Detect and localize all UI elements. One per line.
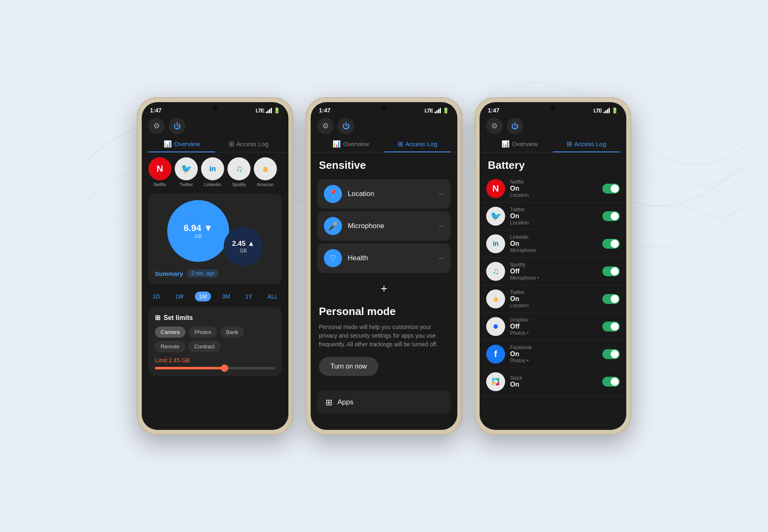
phone-2: 1:47 LTE 🔋 ⚙ ⏻ 📊 [306, 97, 462, 435]
microphone-label: Microphone [348, 222, 431, 230]
filter-icon-2: ⊞ [398, 140, 403, 148]
linkedin-toggle[interactable]: ✓ [602, 239, 620, 249]
turn-on-button[interactable]: Turn on now [319, 357, 378, 376]
netflix-label: Netflix [154, 182, 166, 187]
status-icons-2: LTE 🔋 [424, 107, 449, 114]
bar1-3 [604, 112, 605, 113]
facebook-perm-icon: f [486, 345, 505, 364]
dropbox-toggle-check: ✓ [614, 323, 618, 328]
amazon-perm-info: Twitter On Location [510, 289, 597, 308]
power-button-1[interactable]: ⏻ [169, 118, 185, 134]
app-item-spotify[interactable]: ♫ Spotify [227, 157, 251, 187]
app-item-netflix[interactable]: N Netflix [148, 157, 171, 187]
apps-bar[interactable]: ⊞ Apps [317, 391, 451, 414]
spotify-label: Spotify [232, 182, 246, 187]
circles-wrap: 6.94 ▼ GB 2.45 ▲ GB [155, 200, 275, 266]
app-item-twitter[interactable]: 🐦 Twitter [175, 157, 198, 187]
bar3-3 [607, 109, 608, 113]
big-circle-unit: GB [194, 233, 201, 239]
sensitive-health[interactable]: ♡ Health → [317, 243, 451, 273]
dropbox-perm-icon [486, 317, 505, 336]
filter-1d[interactable]: 1D [148, 292, 164, 301]
slack-perm-name: Slack [510, 375, 597, 381]
filter-1w[interactable]: 1W [171, 292, 188, 301]
amazon-perm-icon: a [486, 289, 505, 308]
power-button-3[interactable]: ⏻ [507, 118, 523, 134]
spotify-perm-permission: Microphone • [510, 275, 597, 281]
slider-thumb[interactable] [221, 364, 228, 372]
app-item-amazon[interactable]: a Amazon [254, 157, 277, 187]
tab-overview-1[interactable]: 📊 Overview [148, 137, 215, 152]
settings-button-3[interactable]: ⚙ [486, 118, 503, 134]
amazon-toggle[interactable]: ✓ [602, 294, 620, 304]
tag-camera[interactable]: Camera [155, 327, 185, 338]
tab-access-log-3[interactable]: ⊞ Access Log [553, 137, 620, 152]
amazon-perm-status: On [510, 295, 597, 303]
twitter-perm-name: Twitter [510, 207, 597, 212]
scene: 1:47 LTE 🔋 ⚙ ⏻ 📊 [137, 97, 631, 435]
power-button-2[interactable]: ⏻ [338, 118, 354, 134]
netflix-icon: N [148, 157, 171, 180]
twitter-label: Twitter [180, 182, 193, 187]
settings-button-2[interactable]: ⚙ [317, 118, 334, 134]
slack-perm-status: On [510, 381, 597, 388]
sensitive-microphone[interactable]: 🎤 Microphone → [317, 211, 451, 241]
facebook-toggle[interactable]: ✓ [602, 349, 620, 359]
sensitive-location[interactable]: 📍 Location → [317, 179, 451, 209]
linkedin-perm-status: On [510, 240, 597, 247]
tab-access-log-1[interactable]: ⊞ Access Log [215, 137, 282, 152]
twitter-perm-info: Twitter On Location [510, 207, 597, 226]
tag-remote[interactable]: Remote [155, 341, 185, 352]
linkedin-icon: in [201, 157, 224, 180]
status-time-1: 1:47 [150, 107, 162, 114]
tabs-1: 📊 Overview ⊞ Access Log [142, 137, 288, 152]
tag-photos[interactable]: Photos [189, 327, 217, 338]
status-icons-3: LTE 🔋 [593, 107, 618, 114]
filter-all[interactable]: ALL [263, 292, 282, 301]
spotify-perm-status: Off [510, 268, 597, 275]
limit-slider[interactable] [155, 367, 275, 369]
twitter-toggle[interactable]: ✓ [602, 211, 620, 221]
summary-badge: 2 min. ago [187, 269, 218, 278]
tag-bank[interactable]: Bank [220, 327, 244, 338]
slack-toggle[interactable]: ✓ [602, 377, 620, 387]
tabs-3: 📊 Overview ⊞ Access Log [480, 137, 626, 152]
add-sensitive-button[interactable]: + [311, 275, 457, 302]
svg-rect-4 [492, 383, 494, 385]
personal-mode-title: Personal mode [319, 305, 449, 318]
dropbox-perm-permission: Photos • [510, 330, 597, 336]
netflix-perm-icon: N [486, 179, 505, 198]
lte-icon-3: LTE [593, 107, 602, 114]
filter-1y[interactable]: 1Y [241, 292, 256, 301]
slack-perm-info: Slack On [510, 375, 597, 388]
time-filters: 1D 1W 1M 3M 1Y ALL [142, 287, 288, 306]
app-icons-row: N Netflix 🐦 Twitter in Linkedin [142, 152, 288, 190]
tab-overview-2[interactable]: 📊 Overview [317, 137, 384, 152]
bar2-3 [605, 110, 606, 113]
dropbox-toggle[interactable]: ✓ [602, 322, 620, 331]
signal-bars-2 [435, 107, 441, 113]
filter-3m[interactable]: 3M [218, 292, 234, 301]
status-icons-1: LTE 🔋 [255, 107, 280, 114]
battery-icon-2: 🔋 [443, 107, 449, 114]
personal-mode-section: Personal mode Personal mode will help yo… [311, 302, 457, 387]
limit-text: Limit 2.45 GB [155, 357, 275, 364]
tag-contract[interactable]: Contract [189, 341, 220, 352]
netflix-toggle[interactable]: ✓ [602, 184, 620, 194]
apps-label: Apps [337, 398, 354, 406]
app-item-linkedin[interactable]: in Linkedin [201, 157, 224, 187]
filter-icon-1: ⊞ [229, 140, 234, 148]
phone-1-content: N Netflix 🐦 Twitter in Linkedin [142, 152, 288, 430]
set-limits-label: Set limits [164, 314, 193, 322]
tab-access-log-2[interactable]: ⊞ Access Log [384, 137, 451, 152]
amazon-label: Amazon [257, 182, 274, 187]
toolbar-3: ⚙ ⏻ [480, 115, 626, 137]
spotify-toggle[interactable]: ✓ [602, 266, 620, 276]
settings-button-1[interactable]: ⚙ [148, 118, 165, 134]
filter-1m[interactable]: 1M [195, 292, 211, 301]
microphone-arrow: → [437, 222, 444, 231]
tabs-2: 📊 Overview ⊞ Access Log [311, 137, 457, 152]
tab-overview-3[interactable]: 📊 Overview [486, 137, 553, 152]
twitter-perm-permission: Location [510, 220, 597, 226]
spotify-perm-name: Spotify [510, 262, 597, 268]
